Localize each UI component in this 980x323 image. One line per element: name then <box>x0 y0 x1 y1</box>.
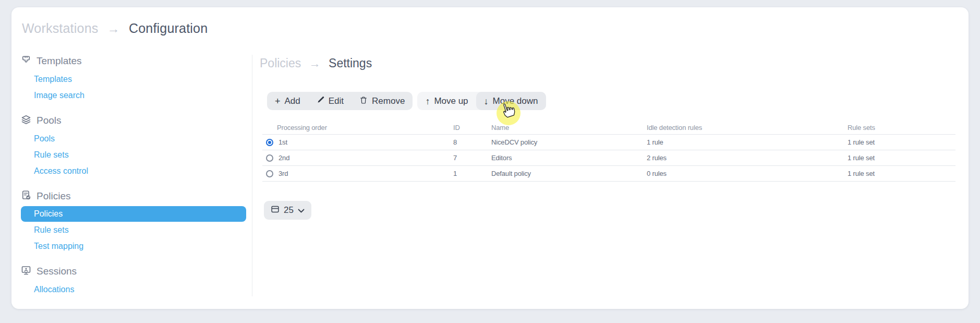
cell-name: Editors <box>491 154 647 162</box>
sidebar-section-templates: Templates Templates Image search <box>21 54 246 103</box>
sidebar-section-policies: Policies Policies Rule sets Test mapping <box>21 189 246 254</box>
page-size-value: 25 <box>284 205 294 216</box>
row-select-radio[interactable] <box>266 154 273 162</box>
sidebar-section-header-templates: Templates <box>21 54 246 68</box>
column-header-name: Name <box>491 124 647 131</box>
edit-button-label: Edit <box>329 96 344 106</box>
app-viewport: Workstations → Configuration Templates T… <box>0 0 980 323</box>
sidebar-section-label: Policies <box>37 190 70 202</box>
page-size-selector[interactable]: 25 <box>264 201 311 220</box>
sidebar-section-sessions: Sessions Allocations <box>21 265 246 297</box>
sidebar-section-label: Pools <box>37 115 62 126</box>
cell-name: NiceDCV policy <box>491 138 647 146</box>
sidebar-item-access-control[interactable]: Access control <box>21 163 246 179</box>
remove-button-label: Remove <box>372 96 405 106</box>
move-up-button[interactable]: ↑ Move up <box>417 92 476 110</box>
table-row[interactable]: 3rd 1 Default policy 0 rules 1 rule set <box>262 166 955 182</box>
section-breadcrumb-arrow-icon: → <box>309 57 321 70</box>
table-row[interactable]: 1st 8 NiceDCV policy 1 rule 1 rule set <box>262 135 955 150</box>
cell-idle-rules: 0 rules <box>647 170 848 177</box>
section-breadcrumb: Policies → Settings <box>260 56 969 72</box>
table-header-row: Processing order ID Name Idle detection … <box>262 121 955 135</box>
sidebar-section-header-policies: Policies <box>21 189 246 203</box>
sidebar-item-policy-rule-sets[interactable]: Rule sets <box>21 222 246 238</box>
policies-toolbar: + Add Edit <box>267 92 969 110</box>
edit-button[interactable]: Edit <box>308 92 352 110</box>
breadcrumb-arrow-icon: → <box>107 21 120 35</box>
brush-icon <box>21 55 31 68</box>
move-down-button-label: Move down <box>493 96 538 106</box>
cell-idle-rules: 1 rule <box>647 138 848 146</box>
add-button[interactable]: + Add <box>267 92 308 110</box>
arrow-up-icon: ↑ <box>425 97 430 106</box>
policies-table: Processing order ID Name Idle detection … <box>262 121 955 182</box>
table-rows-icon <box>271 205 280 216</box>
cell-id: 7 <box>453 154 491 162</box>
move-up-button-label: Move up <box>434 96 468 106</box>
pencil-icon <box>316 96 324 106</box>
monitor-user-icon <box>21 265 31 278</box>
sidebar-item-test-mapping[interactable]: Test mapping <box>21 238 246 254</box>
cell-processing-order: 1st <box>279 138 287 146</box>
section-breadcrumb-parent[interactable]: Policies <box>260 56 301 70</box>
move-button-group: ↑ Move up ↓ Move down <box>417 92 546 110</box>
sidebar-item-image-search[interactable]: Image search <box>21 87 246 103</box>
cell-id: 8 <box>453 138 491 146</box>
cell-processing-order: 3rd <box>279 170 288 177</box>
sidebar-item-pool-rule-sets[interactable]: Rule sets <box>21 147 246 163</box>
sidebar-item-pools[interactable]: Pools <box>21 130 246 147</box>
cell-rule-sets: 1 rule set <box>848 154 955 162</box>
remove-button[interactable]: Remove <box>352 92 413 110</box>
main-content: Policies → Settings + Add <box>252 55 969 296</box>
sidebar-section-label: Sessions <box>37 266 77 277</box>
breadcrumb: Workstations → Configuration <box>22 21 208 36</box>
sidebar-item-allocations[interactable]: Allocations <box>21 281 246 297</box>
chevron-down-icon <box>298 206 305 215</box>
row-select-radio[interactable] <box>266 139 273 146</box>
document-check-icon <box>21 190 31 203</box>
sidebar-item-templates[interactable]: Templates <box>21 71 246 87</box>
sidebar-section-label: Templates <box>37 55 82 67</box>
sidebar-section-header-sessions: Sessions <box>21 265 246 278</box>
column-header-rule-sets: Rule sets <box>848 124 955 131</box>
cell-id: 1 <box>453 170 491 177</box>
section-title: Settings <box>329 56 372 70</box>
add-button-label: Add <box>285 96 300 106</box>
cell-rule-sets: 1 rule set <box>848 170 955 177</box>
sidebar-item-policies[interactable]: Policies <box>21 206 246 222</box>
cell-name: Default policy <box>491 170 647 177</box>
sidebar: Templates Templates Image search Pools <box>21 54 246 308</box>
layers-icon <box>21 114 31 127</box>
edit-button-group: + Add Edit <box>267 92 413 110</box>
sidebar-section-pools: Pools Pools Rule sets Access control <box>21 114 246 179</box>
trash-icon <box>359 96 368 106</box>
cell-processing-order: 2nd <box>279 154 289 162</box>
column-header-idle-rules: Idle detection rules <box>647 124 848 131</box>
column-header-processing-order: Processing order <box>262 124 453 131</box>
configuration-panel: Workstations → Configuration Templates T… <box>11 7 969 309</box>
cell-rule-sets: 1 rule set <box>848 138 955 146</box>
row-select-radio[interactable] <box>266 170 273 177</box>
page-title: Configuration <box>129 21 208 35</box>
breadcrumb-parent[interactable]: Workstations <box>22 21 98 35</box>
cell-idle-rules: 2 rules <box>647 154 848 162</box>
plus-icon: + <box>275 97 281 106</box>
table-row[interactable]: 2nd 7 Editors 2 rules 1 rule set <box>262 150 955 166</box>
move-down-button[interactable]: ↓ Move down <box>476 92 546 110</box>
column-header-id: ID <box>453 124 491 131</box>
sidebar-section-header-pools: Pools <box>21 114 246 127</box>
arrow-down-icon: ↓ <box>484 97 489 106</box>
